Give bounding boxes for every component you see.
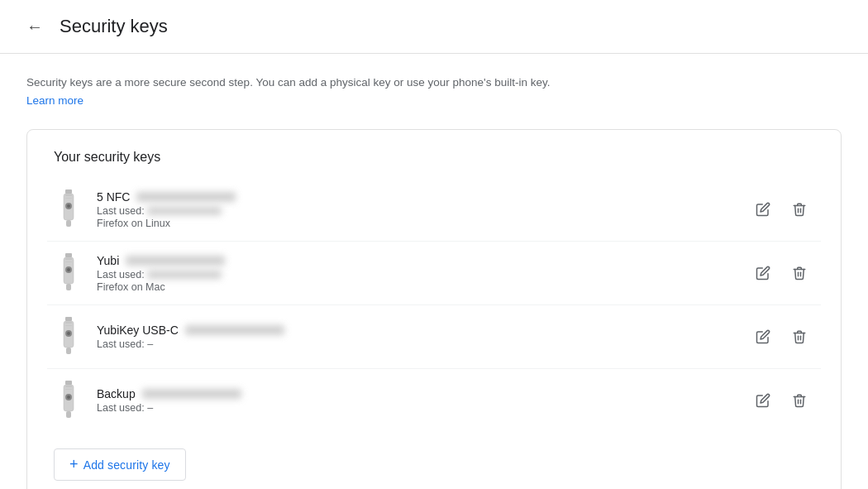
svg-rect-12 [65, 258, 72, 260]
svg-rect-5 [65, 194, 72, 196]
edit-key-button[interactable] [748, 258, 778, 288]
security-keys-card: Your security keys 5 NFC [26, 129, 842, 489]
key-last-used: Last used: – [97, 402, 735, 414]
key-info: YubiKey USB-C Last used: – [97, 324, 735, 351]
key-actions [748, 194, 814, 224]
key-last-used: Last used: [97, 205, 735, 217]
edit-icon [756, 329, 770, 344]
svg-rect-25 [66, 411, 71, 418]
svg-rect-19 [65, 322, 72, 324]
svg-point-24 [67, 396, 70, 399]
svg-rect-7 [65, 253, 72, 257]
description-body: Security keys are a more secure second s… [26, 76, 550, 89]
key-icon [54, 252, 83, 295]
page-header: ← Security keys [0, 0, 868, 54]
key-actions [748, 322, 814, 352]
key-name-redacted [142, 389, 241, 399]
svg-rect-27 [65, 389, 72, 390]
key-icon [54, 188, 83, 231]
last-used-redacted [147, 271, 222, 279]
key-list: 5 NFC Last used: Firefox on Linux [47, 178, 821, 432]
key-name: Yubi [97, 254, 119, 267]
last-used-redacted [147, 207, 222, 215]
key-last-used: Last used: [97, 269, 735, 280]
add-security-key-label: Add security key [83, 458, 170, 472]
key-info: 5 NFC Last used: Firefox on Linux [97, 190, 735, 229]
svg-rect-21 [65, 381, 72, 385]
key-last-used: Last used: – [97, 338, 735, 350]
key-actions [748, 258, 814, 288]
delete-key-button[interactable] [785, 258, 814, 288]
page-title: Security keys [60, 16, 168, 37]
edit-icon [756, 393, 770, 408]
card-title: Your security keys [47, 150, 821, 165]
list-item: YubiKey USB-C Last used: – [47, 305, 821, 369]
edit-key-button[interactable] [748, 386, 778, 415]
key-name-redacted [126, 256, 225, 266]
edit-icon [756, 266, 770, 280]
key-actions [748, 386, 814, 415]
list-item: Yubi Last used: Firefox on Mac [47, 242, 821, 305]
key-info: Yubi Last used: Firefox on Mac [97, 254, 735, 293]
key-name: 5 NFC [97, 190, 130, 204]
svg-rect-11 [66, 284, 71, 290]
svg-rect-18 [66, 348, 71, 354]
list-item: Backup Last used: – [47, 369, 821, 432]
delete-key-button[interactable] [785, 386, 814, 415]
back-icon: ← [26, 17, 43, 36]
svg-rect-6 [65, 198, 72, 199]
svg-point-17 [67, 332, 70, 335]
key-name-redacted [136, 192, 236, 202]
key-browser: Firefox on Linux [97, 218, 735, 229]
key-icon [54, 315, 83, 358]
description-text: Security keys are a more secure second s… [0, 54, 579, 122]
svg-rect-13 [65, 261, 72, 262]
delete-icon [792, 329, 807, 344]
key-icon [54, 379, 83, 422]
key-name: YubiKey USB-C [97, 324, 179, 337]
list-item: 5 NFC Last used: Firefox on Linux [47, 178, 821, 242]
svg-rect-26 [65, 386, 72, 387]
edit-icon [756, 202, 770, 217]
svg-rect-14 [65, 317, 72, 321]
delete-icon [792, 202, 807, 217]
svg-rect-20 [65, 325, 72, 326]
add-security-key-button[interactable]: + Add security key [54, 448, 186, 481]
key-name: Backup [97, 387, 136, 400]
edit-key-button[interactable] [748, 322, 778, 352]
svg-point-10 [67, 268, 70, 271]
back-button[interactable]: ← [20, 12, 50, 41]
svg-rect-0 [65, 189, 72, 194]
delete-key-button[interactable] [785, 322, 814, 352]
key-info: Backup Last used: – [97, 387, 735, 415]
svg-point-3 [67, 204, 70, 208]
delete-icon [792, 393, 807, 408]
delete-icon [792, 266, 807, 280]
key-browser: Firefox on Mac [97, 281, 735, 293]
learn-more-link[interactable]: Learn more [26, 94, 83, 107]
delete-key-button[interactable] [785, 194, 814, 224]
svg-rect-4 [66, 220, 71, 227]
key-name-redacted [185, 325, 284, 335]
edit-key-button[interactable] [748, 194, 778, 224]
plus-icon: + [69, 456, 79, 473]
